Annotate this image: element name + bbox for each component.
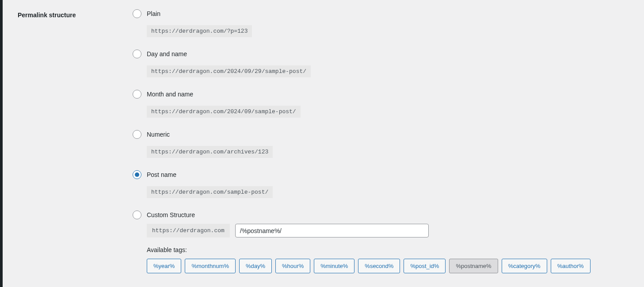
- tag-button[interactable]: %hour%: [275, 259, 310, 273]
- tags-row: %year%%monthnum%%day%%hour%%minute%%seco…: [147, 259, 631, 273]
- section-label: Permalink structure: [9, 3, 133, 287]
- tag-button[interactable]: %year%: [147, 259, 181, 273]
- label-plain[interactable]: Plain: [147, 10, 160, 17]
- label-post-name[interactable]: Post name: [147, 171, 176, 178]
- label-month-name[interactable]: Month and name: [147, 91, 193, 98]
- radio-plain[interactable]: [133, 9, 141, 18]
- custom-prefix: https://derdragon.com: [147, 224, 230, 237]
- form-table: Permalink structure Plain https://derdra…: [9, 3, 635, 287]
- radio-numeric[interactable]: [133, 130, 141, 139]
- tag-button[interactable]: %monthnum%: [185, 259, 236, 273]
- example-post-name: https://derdragon.com/sample-post/: [147, 186, 273, 198]
- label-day-name[interactable]: Day and name: [147, 50, 187, 57]
- admin-sidebar-edge: [0, 0, 3, 287]
- example-day-name: https://derdragon.com/2024/09/29/sample-…: [147, 65, 311, 77]
- radio-day-name[interactable]: [133, 50, 141, 58]
- label-custom[interactable]: Custom Structure: [147, 211, 195, 218]
- option-plain: Plain https://derdragon.com/?p=123: [133, 9, 631, 37]
- tag-button[interactable]: %second%: [358, 259, 400, 273]
- option-custom: Custom Structure https://derdragon.com A…: [133, 210, 631, 273]
- option-day-name: Day and name https://derdragon.com/2024/…: [133, 50, 631, 77]
- tag-button[interactable]: %day%: [239, 259, 272, 273]
- option-post-name: Post name https://derdragon.com/sample-p…: [133, 170, 631, 198]
- option-numeric: Numeric https://derdragon.com/archives/1…: [133, 130, 631, 158]
- radio-month-name[interactable]: [133, 90, 141, 99]
- example-plain: https://derdragon.com/?p=123: [147, 25, 252, 37]
- tag-button[interactable]: %category%: [502, 259, 547, 273]
- custom-structure-input[interactable]: [235, 224, 429, 237]
- available-tags-label: Available tags:: [147, 246, 631, 253]
- tag-button[interactable]: %author%: [551, 259, 591, 273]
- option-month-name: Month and name https://derdragon.com/202…: [133, 90, 631, 118]
- example-month-name: https://derdragon.com/2024/09/sample-pos…: [147, 106, 301, 118]
- tag-button[interactable]: %minute%: [314, 259, 354, 273]
- radio-custom[interactable]: [133, 210, 141, 219]
- tag-button[interactable]: %postname%: [449, 259, 498, 273]
- tag-button[interactable]: %post_id%: [404, 259, 446, 273]
- label-numeric[interactable]: Numeric: [147, 131, 170, 138]
- example-numeric: https://derdragon.com/archives/123: [147, 146, 273, 158]
- settings-content: Permalink structure Plain https://derdra…: [0, 0, 644, 287]
- radio-post-name[interactable]: [133, 170, 141, 179]
